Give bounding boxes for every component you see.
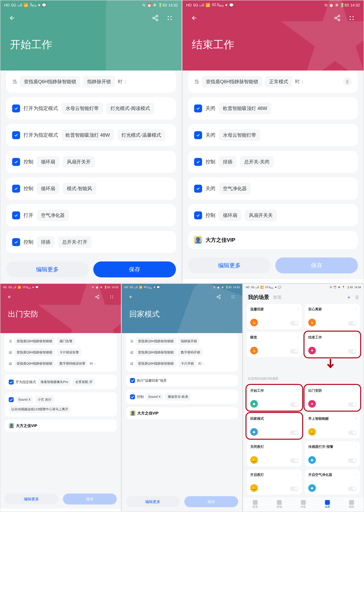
scene-card[interactable]: 开启空气净化器 › ◉ — [305, 469, 360, 494]
checkbox-icon[interactable] — [130, 378, 135, 383]
scene-toggle[interactable] — [290, 402, 299, 407]
scene-toggle[interactable] — [348, 402, 356, 407]
scene-card[interactable]: 开启夜灯 › 🔔 — [247, 469, 302, 494]
action-card[interactable]: 开为指定模式海雀智能摄像头Pro全景巡航-开 — [5, 375, 117, 389]
touch-icon[interactable] — [343, 77, 352, 86]
checkbox-icon[interactable] — [194, 158, 202, 166]
back-button[interactable] — [8, 14, 17, 22]
mode-pill[interactable]: 撬门告警 — [57, 337, 75, 345]
device-pill[interactable]: 壹指盾Q6H指静脉智能锁 — [14, 348, 55, 356]
checkbox-icon[interactable] — [194, 185, 202, 193]
checkbox-icon[interactable] — [12, 158, 20, 166]
scene-card[interactable]: 结束工作 › ★ — [305, 332, 360, 357]
scene-card[interactable]: 睡觉 › 👆 — [247, 332, 302, 357]
action-card[interactable]: 关闭欧普智能吸顶灯 48W — [188, 97, 358, 119]
add-button[interactable]: ＋ — [346, 294, 351, 301]
checkbox-icon[interactable] — [12, 185, 20, 193]
more-icon[interactable] — [107, 293, 116, 301]
action-param[interactable]: 空气净化器 — [219, 183, 251, 194]
action-param[interactable]: 排插 — [219, 156, 237, 167]
save-button[interactable]: 保存 — [184, 496, 238, 507]
action-card[interactable]: 打开为指定模式水母云智能灯带灯光模式-阅读模式 — [6, 97, 176, 119]
checkbox-icon[interactable] — [130, 394, 135, 399]
tab-item[interactable]: 我的 — [349, 500, 354, 509]
condition-card[interactable]: 当 壹指盾Q6H指静脉智能锁 撬门告警 或 壹指盾Q6H指静脉智能锁 卡片错误告… — [5, 333, 117, 372]
action-param[interactable]: 排插 — [37, 236, 55, 248]
device-pill[interactable]: 壹指盾Q6H指静脉智能锁 — [14, 360, 55, 367]
scene-toggle[interactable] — [348, 349, 356, 354]
tab-item[interactable]: 家居 — [253, 500, 258, 509]
more-icon[interactable] — [229, 293, 237, 301]
action-card[interactable]: 关闭水母云智能灯带 — [188, 124, 358, 146]
mode-pill[interactable]: 指静脉开锁 — [178, 337, 200, 345]
action-param[interactable]: 播放音乐-欧美 — [165, 393, 191, 401]
checkbox-icon[interactable] — [194, 131, 202, 139]
action-param[interactable]: 循环扇 — [37, 183, 59, 194]
scene-card[interactable]: 开始工作 › ◆ — [247, 385, 302, 410]
vip-card[interactable]: 👤 大方之佳VIP — [126, 407, 238, 419]
more-icon[interactable] — [165, 14, 174, 22]
my-scenes-title[interactable]: 我的场景 — [248, 294, 269, 301]
mode-pill[interactable]: 卡片开锁 — [178, 360, 196, 367]
scene-toggle[interactable] — [290, 487, 299, 491]
action-param[interactable]: 欧普智能吸顶灯 48W — [61, 129, 114, 141]
tab-item[interactable]: 内容 — [301, 500, 306, 509]
action-param[interactable]: 灯光模式-温馨模式 — [117, 129, 165, 141]
action-card[interactable]: 打开为指定模式欧普智能吸顶灯 48W灯光模式-温馨模式 — [6, 124, 176, 146]
device-pill[interactable]: 壹指盾Q6H指静脉智能锁 — [135, 360, 176, 367]
checkbox-icon[interactable] — [12, 131, 20, 139]
action-card[interactable]: 控制排插总开关-打开 — [6, 231, 176, 253]
scene-card[interactable]: 早上智能唤醒 › 🔔 — [305, 413, 360, 438]
scene-toggle[interactable] — [348, 321, 356, 326]
mode-pill[interactable]: 卡片错误告警 — [57, 348, 81, 356]
device-pill[interactable]: 壹指盾Q6H指静脉智能锁 — [135, 337, 176, 345]
save-button[interactable]: 保存 — [93, 261, 176, 277]
discover-tab[interactable]: 发现 — [273, 295, 281, 300]
action-param[interactable]: 空气净化器 — [37, 209, 69, 221]
action-param[interactable]: 灯光模式-阅读模式 — [106, 103, 154, 114]
scene-toggle[interactable] — [348, 459, 356, 463]
scene-toggle[interactable] — [290, 349, 299, 354]
more-icon[interactable] — [347, 14, 356, 22]
device-pill[interactable]: 壹指盾Q6H指静脉智能锁 — [20, 76, 80, 87]
scene-card[interactable]: 关闭夜灯 › 🔔 — [247, 441, 302, 466]
device-pill[interactable]: 壹指盾Q6H指静脉智能锁 — [202, 76, 262, 87]
scene-toggle[interactable] — [348, 430, 356, 435]
action-param[interactable]: 以自动视频连线110报警中心请马上离开 — [9, 405, 71, 413]
action-card[interactable]: 控制循环扇风扇开关关 — [188, 204, 358, 226]
action-param[interactable]: 小艺 执行 — [35, 396, 54, 403]
action-param[interactable]: 海雀智能摄像头Pro — [38, 378, 71, 386]
scene-toggle[interactable] — [290, 430, 299, 435]
mode-pill[interactable]: 正常模式 — [265, 76, 292, 87]
action-param[interactable]: 水母云智能灯带 — [219, 129, 260, 141]
mode-pill[interactable]: 数字密码开锁 — [178, 348, 203, 356]
tab-item[interactable]: 商城 — [277, 500, 282, 509]
mode-pill[interactable]: 数字密码错误告警 — [57, 360, 88, 367]
scene-card[interactable]: 出门安防 › ★ — [305, 385, 360, 410]
save-button[interactable]: 保存 — [63, 494, 117, 504]
vip-card[interactable]: 👤 大方之佳VIP — [5, 420, 117, 432]
scene-card[interactable]: 安心离家 › 👆 — [305, 304, 360, 329]
edit-more-button[interactable]: 编辑更多 — [5, 494, 58, 504]
more-icon[interactable]: ⁝⁝ — [355, 294, 359, 300]
action-param[interactable]: 欧普智能吸顶灯 48W — [219, 103, 271, 114]
share-icon[interactable] — [333, 14, 342, 22]
action-param[interactable]: 总开关-打开 — [58, 236, 91, 248]
tab-item[interactable]: 场景 — [325, 500, 330, 509]
action-card[interactable]: Sound X小艺 执行以自动视频连线110报警中心请马上离开 — [5, 392, 117, 417]
back-button[interactable] — [190, 14, 199, 22]
device-pill[interactable]: 壹指盾Q6H指静脉智能锁 — [14, 337, 55, 345]
condition-card[interactable]: 当 壹指盾Q6H指静脉智能锁 正常模式 时： — [188, 71, 358, 93]
checkbox-icon[interactable] — [12, 104, 20, 112]
action-param[interactable]: 循环扇 — [37, 156, 59, 167]
checkbox-icon[interactable] — [12, 238, 20, 246]
scene-card[interactable]: 回家模式 › ◆ — [247, 413, 302, 438]
checkbox-icon[interactable] — [194, 104, 202, 112]
checkbox-icon[interactable] — [12, 211, 20, 219]
condition-card[interactable]: 当 壹指盾Q6H指静脉智能锁 指静脉开锁 时： — [6, 71, 176, 93]
checkbox-icon[interactable] — [9, 380, 14, 385]
share-icon[interactable] — [93, 293, 102, 301]
action-card[interactable]: 控制循环扇模式-智能风 — [6, 178, 176, 200]
action-param[interactable]: Sound X — [146, 393, 163, 400]
scene-toggle[interactable] — [290, 321, 299, 326]
